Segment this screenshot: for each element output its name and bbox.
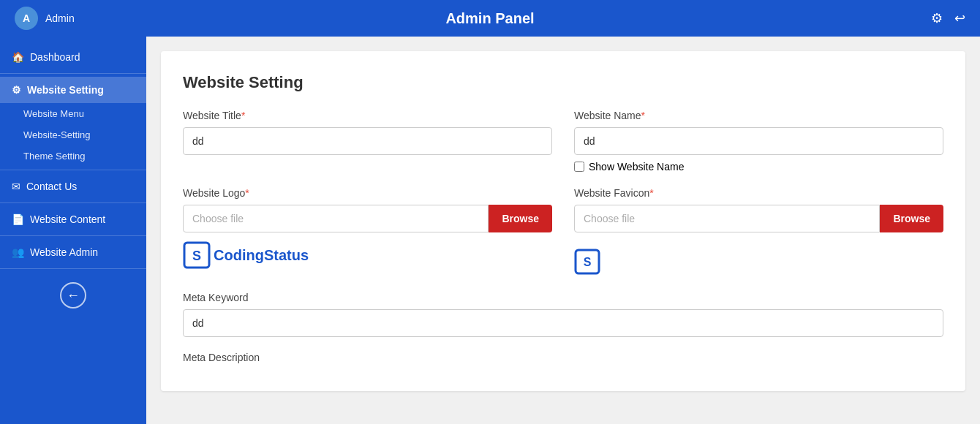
- form-row-1: Website Title* Website Name* Show Websit…: [183, 110, 943, 173]
- favicon-browse-button[interactable]: Browse: [880, 205, 943, 232]
- header: A Admin Admin Panel ⚙ ↩: [0, 0, 980, 37]
- file-icon: 📄: [12, 213, 24, 225]
- meta-description-row: Meta Description: [183, 352, 943, 363]
- website-setting-card: Website Setting Website Title* Website N…: [161, 51, 965, 391]
- back-button[interactable]: ←: [60, 282, 86, 308]
- sidebar-sub-item-website-menu[interactable]: Website Menu: [0, 103, 146, 124]
- form-row-2: Website Logo* Choose file Browse S Codin…: [183, 187, 943, 277]
- sidebar-sub-item-website-setting[interactable]: Website-Setting: [0, 124, 146, 145]
- logo-preview: S CodingStatus: [183, 241, 552, 269]
- meta-description-label: Meta Description: [183, 352, 943, 363]
- show-website-name-checkbox[interactable]: [574, 162, 584, 172]
- favicon-svg-icon: S: [574, 249, 600, 275]
- favicon-file-placeholder: Choose file: [574, 205, 880, 232]
- website-name-label: Website Name*: [574, 110, 943, 121]
- sidebar-label-website-setting: Website Setting: [27, 84, 104, 96]
- sidebar-label-website-admin: Website Admin: [30, 246, 98, 258]
- avatar: A: [15, 7, 38, 30]
- sidebar-label-website-content: Website Content: [30, 213, 105, 225]
- page-title: Website Setting: [183, 73, 943, 92]
- website-name-input[interactable]: [574, 127, 943, 155]
- sidebar-item-contact-us[interactable]: ✉ Contact Us: [0, 173, 146, 200]
- logo-browse-button[interactable]: Browse: [489, 205, 552, 232]
- main-layout: 🏠 Dashboard ⚙ Website Setting Website Me…: [0, 37, 980, 424]
- meta-keyword-input[interactable]: [183, 309, 943, 337]
- settings-icon[interactable]: ⚙: [931, 10, 943, 26]
- content: Website Setting Website Title* Website N…: [146, 37, 980, 424]
- admin-label: Admin: [45, 12, 75, 24]
- svg-text:S: S: [192, 249, 201, 263]
- required-star-favicon: *: [649, 187, 653, 199]
- form-col-favicon: Website Favicon* Choose file Browse S: [574, 187, 943, 277]
- sidebar-label-theme-setting: Theme Setting: [23, 151, 86, 162]
- sidebar-label-website-setting-sub: Website-Setting: [23, 129, 91, 140]
- envelope-icon: ✉: [12, 181, 20, 192]
- meta-keyword-label: Meta Keyword: [183, 292, 943, 303]
- website-favicon-label: Website Favicon*: [574, 187, 943, 199]
- sidebar-item-dashboard[interactable]: 🏠 Dashboard: [0, 44, 146, 70]
- sidebar-sub-item-theme-setting[interactable]: Theme Setting: [0, 145, 146, 167]
- users-icon: 👥: [12, 246, 24, 258]
- sidebar-item-website-setting[interactable]: ⚙ Website Setting: [0, 77, 146, 103]
- svg-text:S: S: [584, 256, 592, 268]
- sidebar: 🏠 Dashboard ⚙ Website Setting Website Me…: [0, 37, 146, 424]
- logo-file-row: Choose file Browse: [183, 205, 552, 232]
- form-col-website-title: Website Title*: [183, 110, 552, 173]
- website-logo-label: Website Logo*: [183, 187, 552, 199]
- required-star-title: *: [241, 110, 245, 121]
- form-col-website-name: Website Name* Show Website Name: [574, 110, 943, 173]
- sidebar-label-contact-us: Contact Us: [26, 181, 77, 192]
- website-title-input[interactable]: [183, 127, 552, 155]
- sidebar-label-website-menu: Website Menu: [23, 108, 84, 119]
- gear-icon: ⚙: [12, 84, 21, 96]
- form-col-logo: Website Logo* Choose file Browse S Codin…: [183, 187, 552, 277]
- sidebar-label-dashboard: Dashboard: [30, 51, 80, 63]
- required-star-logo: *: [245, 187, 249, 199]
- logo-text-coding: CodingStatus: [214, 247, 309, 264]
- header-title: Admin Panel: [445, 10, 534, 27]
- show-website-name-label: Show Website Name: [589, 161, 684, 173]
- header-left: A Admin: [15, 7, 75, 30]
- show-website-name-row: Show Website Name: [574, 161, 943, 173]
- sidebar-item-website-admin[interactable]: 👥 Website Admin: [0, 239, 146, 265]
- logo-file-placeholder: Choose file: [183, 205, 489, 232]
- logo-svg-icon: S: [183, 241, 211, 269]
- header-icons: ⚙ ↩: [931, 10, 965, 26]
- sidebar-item-website-content[interactable]: 📄 Website Content: [0, 206, 146, 232]
- home-icon: 🏠: [12, 51, 24, 63]
- meta-keyword-row: Meta Keyword: [183, 292, 943, 337]
- favicon-preview: S: [574, 241, 943, 277]
- favicon-file-row: Choose file Browse: [574, 205, 943, 232]
- sidebar-back: ←: [0, 272, 146, 319]
- logout-icon[interactable]: ↩: [954, 10, 965, 26]
- required-star-name: *: [641, 110, 645, 121]
- website-title-label: Website Title*: [183, 110, 552, 121]
